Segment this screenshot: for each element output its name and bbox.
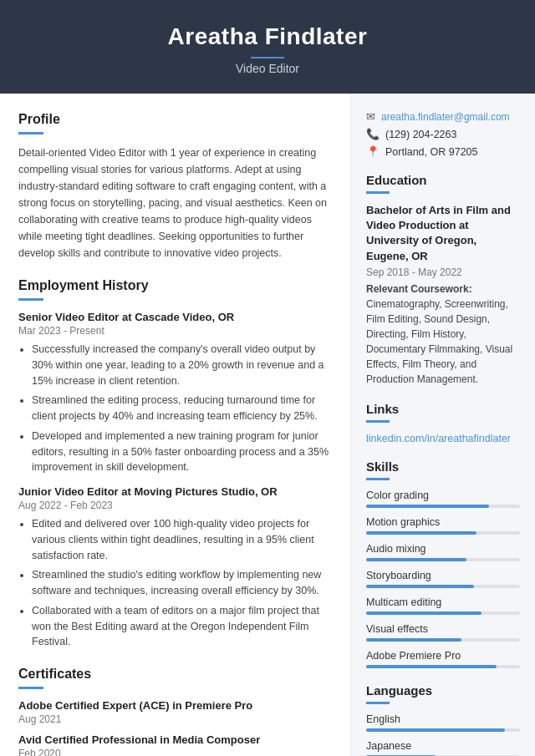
education-divider (366, 191, 390, 194)
skills-divider (366, 478, 390, 480)
location-text: Portland, OR 97205 (385, 146, 478, 158)
skill-name-6: Adobe Premiere Pro (366, 650, 520, 662)
body-layout: Profile Detail-oriented Video Editor wit… (0, 94, 535, 756)
job-dates-0: Mar 2023 - Present (18, 325, 334, 337)
cert-title-1: Avid Certified Professional in Media Com… (18, 733, 334, 746)
email-icon: ✉ (366, 110, 375, 123)
certificates-divider (18, 687, 43, 689)
skill-item-3: Storyboarding (366, 570, 520, 588)
employment-divider (18, 298, 43, 301)
job-title-0: Senior Video Editor at Cascade Video, OR (18, 311, 334, 323)
skill-bar-fill-5 (366, 638, 461, 642)
cert-item-1: Avid Certified Professional in Media Com… (18, 733, 334, 756)
cert-date-1: Feb 2020 (18, 748, 334, 756)
skill-bar-bg-6 (366, 665, 520, 668)
profile-divider (18, 132, 43, 134)
edu-degree: Bachelor of Arts in Film and Video Produ… (366, 203, 520, 264)
job-item-0: Senior Video Editor at Cascade Video, OR… (18, 311, 334, 475)
link-0: linkedin.com/in/areathafindlater (366, 432, 520, 444)
skill-name-4: Multicam editing (366, 596, 520, 608)
skill-bar-fill-2 (366, 558, 466, 561)
cert-date-0: Aug 2021 (18, 713, 334, 725)
email-link[interactable]: areatha.findlater@gmail.com (381, 111, 510, 123)
bullet-1-1: Streamlined the studio's editing workflo… (32, 567, 334, 599)
skill-item-1: Motion graphics (366, 516, 520, 535)
skills-title: Skills (366, 459, 520, 474)
skill-bar-fill-6 (366, 665, 497, 668)
bullet-1-2: Collaborated with a team of editors on a… (32, 603, 334, 650)
contact-email: ✉ areatha.findlater@gmail.com (366, 110, 520, 123)
resume-header: Areatha Findlater Video Editor (0, 0, 535, 94)
skill-item-6: Adobe Premiere Pro (366, 650, 520, 668)
coursework-text: Cinematography, Screenwriting, Film Edit… (366, 298, 512, 385)
languages-section: Languages English Japanese (366, 683, 520, 756)
skill-bar-fill-3 (366, 585, 474, 588)
skill-item-2: Audio mixing (366, 543, 520, 561)
cert-item-0: Adobe Certified Expert (ACE) in Premiere… (18, 699, 334, 725)
bullet-0-2: Developed and implemented a new training… (32, 429, 334, 475)
certificates-title: Certificates (18, 667, 334, 682)
profile-section: Profile Detail-oriented Video Editor wit… (18, 112, 334, 261)
phone-icon: 📞 (366, 128, 380, 140)
skill-name-1: Motion graphics (366, 516, 520, 528)
edu-coursework: Relevant Coursework: Cinematography, Scr… (366, 282, 520, 387)
skill-bar-bg-4 (366, 611, 520, 615)
right-column: ✉ areatha.findlater@gmail.com 📞 (129) 20… (351, 94, 535, 756)
skill-bar-bg-1 (366, 531, 520, 535)
profile-title: Profile (18, 112, 334, 127)
contact-phone: 📞 (129) 204-2263 (366, 128, 520, 140)
cert-title-0: Adobe Certified Expert (ACE) in Premiere… (18, 699, 334, 712)
lang-name-1: Japanese (366, 740, 520, 752)
candidate-title: Video Editor (17, 62, 518, 75)
skill-bar-fill-4 (366, 611, 482, 615)
skill-bar-bg-5 (366, 638, 520, 642)
job-item-1: Junior Video Editor at Moving Pictures S… (18, 485, 334, 650)
linkedin-link[interactable]: linkedin.com/in/areathafindlater (366, 433, 511, 444)
contact-location: 📍 Portland, OR 97205 (366, 145, 520, 158)
bullet-1-0: Edited and delivered over 100 high-quali… (32, 516, 334, 563)
skill-name-3: Storyboarding (366, 570, 520, 581)
lang-bar-bg-0 (366, 728, 520, 732)
languages-title: Languages (366, 683, 520, 698)
skills-section: Skills Color grading Motion graphics Aud… (366, 459, 520, 668)
edu-dates: Sep 2018 - May 2022 (366, 266, 520, 278)
skills-container: Color grading Motion graphics Audio mixi… (366, 490, 520, 668)
employment-section: Employment History Senior Video Editor a… (18, 278, 334, 650)
phone-text: (129) 204-2263 (385, 129, 456, 140)
languages-divider (366, 702, 390, 704)
skill-name-0: Color grading (366, 490, 520, 501)
job-dates-1: Aug 2022 - Feb 2023 (18, 500, 334, 511)
lang-item-1: Japanese (366, 740, 520, 756)
links-divider (366, 420, 390, 423)
bullet-0-1: Streamlined the editing process, reducin… (32, 393, 334, 424)
lang-bar-fill-0 (366, 728, 505, 732)
header-divider (251, 57, 284, 58)
skill-bar-fill-1 (366, 531, 476, 535)
location-icon: 📍 (366, 145, 380, 158)
skill-bar-fill-0 (366, 505, 489, 508)
job-title-1: Junior Video Editor at Moving Pictures S… (18, 485, 334, 498)
lang-item-0: English (366, 713, 520, 732)
employment-title: Employment History (18, 278, 334, 293)
education-section: Education Bachelor of Arts in Film and V… (366, 173, 520, 387)
languages-container: English Japanese (366, 713, 520, 756)
job-bullets-0: Successfully increased the company's ove… (18, 342, 334, 475)
skill-bar-bg-3 (366, 585, 520, 588)
links-title: Links (366, 402, 520, 416)
contact-section: ✉ areatha.findlater@gmail.com 📞 (129) 20… (366, 110, 520, 158)
skill-bar-bg-2 (366, 558, 520, 561)
bullet-0-0: Successfully increased the company's ove… (32, 342, 334, 388)
skill-bar-bg-0 (366, 505, 520, 508)
certificates-section: Certificates Adobe Certified Expert (ACE… (18, 667, 334, 756)
coursework-label: Relevant Coursework: (366, 283, 472, 295)
job-bullets-1: Edited and delivered over 100 high-quali… (18, 516, 334, 650)
education-title: Education (366, 173, 520, 187)
profile-text: Detail-oriented Video Editor with 1 year… (18, 145, 334, 261)
lang-name-0: English (366, 713, 520, 725)
left-column: Profile Detail-oriented Video Editor wit… (0, 94, 351, 756)
skill-item-4: Multicam editing (366, 596, 520, 615)
skill-item-5: Visual effects (366, 623, 520, 642)
skill-name-5: Visual effects (366, 623, 520, 635)
candidate-name: Areatha Findlater (17, 23, 518, 50)
skill-name-2: Audio mixing (366, 543, 520, 555)
